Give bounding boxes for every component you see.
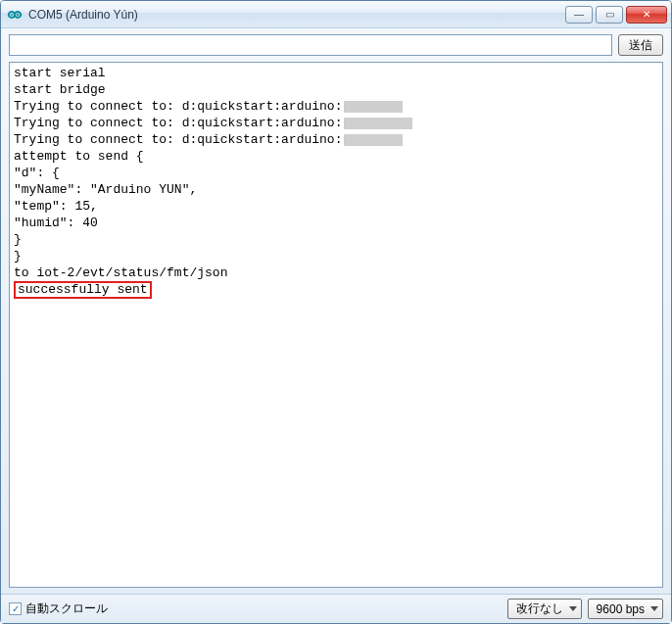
maximize-button[interactable]: ▭ xyxy=(596,6,623,24)
serial-monitor-window: COM5 (Arduino Yún) — ▭ ✕ 送信 start serial… xyxy=(0,0,672,624)
check-icon: ✓ xyxy=(12,603,20,614)
line-ending-select[interactable]: 改行なし xyxy=(507,599,582,619)
redacted-block xyxy=(344,118,412,129)
autoscroll-option[interactable]: ✓ 自動スクロール xyxy=(9,600,502,617)
minimize-button[interactable]: — xyxy=(565,6,593,24)
send-button[interactable]: 送信 xyxy=(618,34,663,56)
redacted-block xyxy=(344,134,403,146)
output-line: } xyxy=(14,248,658,264)
output-line: successfully sent xyxy=(14,281,658,299)
close-icon: ✕ xyxy=(643,9,650,20)
serial-output[interactable]: start serialstart bridgeTrying to connec… xyxy=(9,62,663,588)
output-line: start bridge xyxy=(14,81,658,98)
output-line: Trying to connect to: d:quickstart:ardui… xyxy=(14,115,658,131)
minimize-icon: — xyxy=(574,9,584,20)
maximize-icon: ▭ xyxy=(605,9,614,20)
highlighted-text: successfully sent xyxy=(14,281,152,299)
autoscroll-checkbox[interactable]: ✓ xyxy=(9,602,22,615)
line-ending-value: 改行なし xyxy=(516,600,563,617)
baud-rate-value: 9600 bps xyxy=(597,602,645,616)
autoscroll-label: 自動スクロール xyxy=(25,600,108,617)
window-controls: — ▭ ✕ xyxy=(565,6,667,24)
output-line: attempt to send { xyxy=(14,148,658,165)
output-line: "temp": 15, xyxy=(14,198,658,215)
output-line: to iot-2/evt/status/fmt/json xyxy=(14,264,658,281)
send-input[interactable] xyxy=(9,34,612,56)
redacted-block xyxy=(344,101,403,113)
output-line: Trying to connect to: d:quickstart:ardui… xyxy=(14,98,658,115)
output-line: } xyxy=(14,231,658,248)
send-row: 送信 xyxy=(1,28,671,62)
chevron-down-icon xyxy=(650,606,658,611)
output-line: "humid": 40 xyxy=(14,215,658,231)
close-button[interactable]: ✕ xyxy=(626,6,667,24)
window-title: COM5 (Arduino Yún) xyxy=(28,8,565,22)
arduino-icon xyxy=(7,7,23,23)
chevron-down-icon xyxy=(569,606,577,611)
output-line: Trying to connect to: d:quickstart:ardui… xyxy=(14,131,658,148)
output-line: "d": { xyxy=(14,165,658,181)
output-line: start serial xyxy=(14,65,658,81)
output-line: "myName": "Arduino YUN", xyxy=(14,181,658,198)
footer-bar: ✓ 自動スクロール 改行なし 9600 bps xyxy=(1,594,671,623)
titlebar: COM5 (Arduino Yún) — ▭ ✕ xyxy=(1,1,671,28)
baud-rate-select[interactable]: 9600 bps xyxy=(588,599,663,619)
